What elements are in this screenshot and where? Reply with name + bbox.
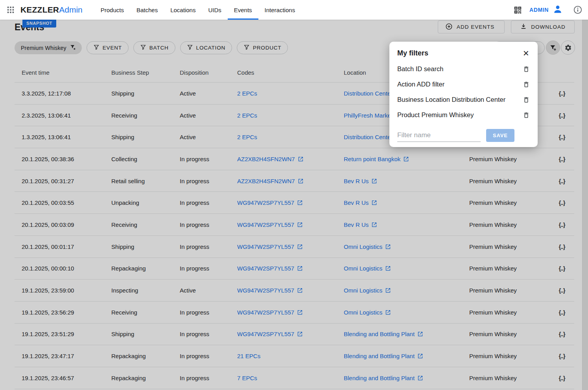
nav-item-batches[interactable]: Batches	[130, 0, 164, 20]
location-link[interactable]: Omni Logistics	[344, 287, 391, 294]
filter-button-batch[interactable]: BATCH	[133, 41, 175, 54]
location-link[interactable]: Bev R Us	[344, 178, 377, 184]
vertical-scrollbar[interactable]	[582, 20, 588, 390]
save-button[interactable]: SAVE	[486, 129, 514, 142]
location-link-label: Bev R Us	[344, 221, 369, 228]
codes-link[interactable]: 2 EPCs	[237, 90, 257, 97]
saved-filter-item[interactable]: Business Location Distribution Center	[397, 92, 530, 107]
payload-json-icon[interactable]: {..}	[559, 353, 565, 359]
disposition-cell: Active	[173, 134, 230, 140]
codes-link[interactable]: WG947W2SP7YL557	[237, 199, 303, 206]
user-menu[interactable]: ADMIN	[529, 4, 563, 16]
codes-link[interactable]: WG947W2SP7YL557	[237, 287, 303, 294]
external-link-icon	[417, 353, 423, 359]
filter-name-input[interactable]	[397, 130, 481, 142]
codes-link-label: 7 EPCs	[237, 375, 257, 381]
nav-item-locations[interactable]: Locations	[164, 0, 202, 20]
external-link-icon	[297, 331, 303, 337]
codes-link-label: WG947W2SP7YL557	[237, 243, 294, 250]
trash-icon[interactable]	[523, 112, 530, 119]
qr-scanner-icon[interactable]	[513, 6, 522, 15]
external-link-icon	[298, 178, 304, 184]
location-cell: Bev R Us	[337, 221, 462, 228]
payload-cell: {..}	[549, 134, 574, 140]
trash-icon[interactable]	[523, 96, 530, 103]
payload-json-icon[interactable]: {..}	[559, 243, 565, 250]
external-link-icon	[297, 287, 303, 293]
codes-link[interactable]: 2 EPCs	[237, 112, 257, 119]
table-row: 19.1.2025, 23:46:57 Repackaging In progr…	[15, 367, 574, 389]
codes-link[interactable]: WG947W2SP7YL557	[237, 221, 303, 228]
payload-json-icon[interactable]: {..}	[559, 309, 565, 316]
table-row: 20.1.2025, 00:31:27 Retail selling In pr…	[15, 170, 574, 192]
nav-item-uids[interactable]: UIDs	[202, 0, 227, 20]
app-logo[interactable]: KEZZLER Admin	[20, 5, 83, 15]
location-link[interactable]: Omni Logistics	[344, 265, 391, 272]
nav-item-products[interactable]: Products	[94, 0, 130, 20]
location-link[interactable]: Blending and Bottling Plant	[344, 331, 423, 337]
active-filter-chip[interactable]: Premium Whiskey	[15, 41, 82, 54]
external-link-icon	[385, 244, 391, 250]
popup-title: My filters	[397, 49, 428, 57]
payload-json-icon[interactable]: {..}	[559, 265, 565, 272]
payload-json-icon[interactable]: {..}	[559, 331, 565, 337]
payload-json-icon[interactable]: {..}	[559, 134, 565, 140]
location-link-label: Bev R Us	[344, 199, 369, 206]
disposition-cell: In progress	[173, 243, 230, 250]
location-link[interactable]: Omni Logistics	[344, 243, 391, 250]
payload-json-icon[interactable]: {..}	[559, 178, 565, 184]
payload-json-icon[interactable]: {..}	[559, 90, 565, 97]
product-cell: Premium Whiskey	[462, 353, 549, 359]
location-link-label: Blending and Bottling Plant	[344, 353, 415, 359]
location-link-label: Distribution Center	[344, 134, 393, 140]
user-label: ADMIN	[529, 7, 549, 13]
add-events-button[interactable]: ADD EVENTS	[438, 20, 505, 33]
location-link[interactable]: Blending and Bottling Plant	[344, 375, 423, 381]
location-link[interactable]: Omni Logistics	[344, 309, 391, 316]
saved-filter-item[interactable]: Batch ID search	[397, 61, 530, 77]
location-link[interactable]: Return point Bangkok	[344, 156, 409, 162]
external-link-icon	[297, 200, 303, 206]
saved-filter-item[interactable]: Action ADD filter	[397, 77, 530, 92]
location-link[interactable]: Bev R Us	[344, 199, 377, 206]
plus-circle-icon	[445, 23, 453, 31]
filter-button-product[interactable]: PRODUCT	[237, 41, 288, 54]
payload-json-icon[interactable]: {..}	[559, 375, 565, 381]
filter-button-event[interactable]: EVENT	[87, 41, 129, 54]
filter-remove-icon[interactable]	[70, 44, 76, 52]
codes-link[interactable]: WG947W2SP7YL557	[237, 265, 303, 272]
payload-json-icon[interactable]: {..}	[559, 199, 565, 206]
close-icon[interactable]: ×	[522, 48, 530, 58]
location-link-label: Bev R Us	[344, 178, 369, 184]
codes-link[interactable]: WG947W2SP7YL557	[237, 309, 303, 316]
location-link[interactable]: Bev R Us	[344, 221, 377, 228]
codes-link[interactable]: 2 EPCs	[237, 134, 257, 140]
location-link[interactable]: Blending and Bottling Plant	[344, 353, 423, 359]
apps-grid-icon[interactable]	[6, 6, 15, 14]
payload-json-icon[interactable]: {..}	[559, 156, 565, 162]
codes-link[interactable]: 21 EPCs	[237, 353, 260, 359]
external-link-icon	[297, 244, 303, 250]
saved-filter-item[interactable]: Product Premium Whiskey	[397, 107, 530, 123]
payload-json-icon[interactable]: {..}	[559, 112, 565, 119]
my-filters-button[interactable]	[546, 40, 560, 55]
trash-icon[interactable]	[523, 66, 530, 73]
codes-link[interactable]: WG947W2SP7YL557	[237, 331, 303, 337]
codes-link[interactable]: 7 EPCs	[237, 375, 257, 381]
nav-item-interactions[interactable]: Interactions	[258, 0, 302, 20]
codes-link[interactable]: WG947W2SP7YL557	[237, 243, 303, 250]
nav-item-events[interactable]: Events	[228, 0, 258, 20]
filter-button-location[interactable]: LOCATION	[180, 41, 232, 54]
codes-cell: WG947W2SP7YL557	[230, 265, 337, 272]
table-row: 20.1.2025, 00:38:36 Collecting In progre…	[15, 148, 574, 170]
info-icon[interactable]	[573, 5, 582, 15]
trash-icon[interactable]	[523, 81, 530, 88]
download-button[interactable]: DOWNLOAD	[511, 20, 575, 33]
codes-link[interactable]: AZ2XB2H4SFN2WN7	[237, 156, 304, 162]
settings-icon[interactable]	[561, 40, 575, 55]
payload-json-icon[interactable]: {..}	[559, 221, 565, 228]
codes-link[interactable]: AZ2XB2H4SFN2WN7	[237, 178, 304, 184]
event-time-cell: 20.1.2025, 00:01:17	[15, 243, 104, 250]
payload-json-icon[interactable]: {..}	[559, 287, 565, 294]
business-step-cell: Shipping	[104, 331, 173, 337]
